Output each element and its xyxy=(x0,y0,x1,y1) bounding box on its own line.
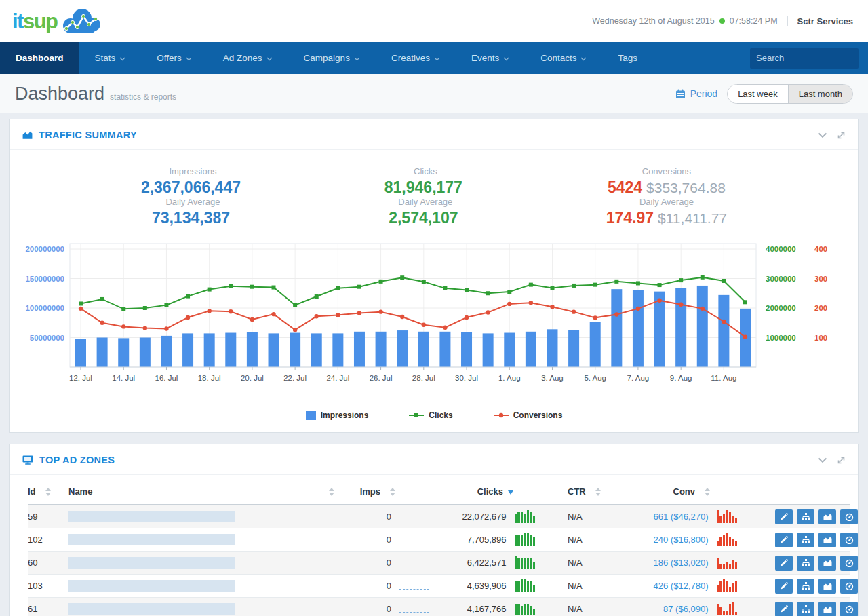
search-box[interactable] xyxy=(750,48,859,69)
cell-actions xyxy=(775,509,858,524)
column-header-clicks[interactable]: Clicks xyxy=(429,486,551,497)
svg-text:200000000: 200000000 xyxy=(25,245,64,253)
svg-text:3000000: 3000000 xyxy=(766,275,796,283)
legend-item-impressions[interactable]: Impressions xyxy=(306,410,369,420)
sort-icon[interactable] xyxy=(595,488,601,496)
svg-text:50000000: 50000000 xyxy=(30,334,64,342)
account-name[interactable]: Sctr Services xyxy=(787,16,853,26)
sitemap-button[interactable] xyxy=(797,556,814,571)
cell-clicks: 22,072,679 xyxy=(429,510,551,523)
clicks-value: 22,072,679 xyxy=(462,512,506,522)
stats-button[interactable] xyxy=(818,556,836,571)
clicks-value: 4,639,906 xyxy=(467,581,507,591)
logo-text-secondary: sup xyxy=(23,9,58,33)
period-option-last-month[interactable]: Last month xyxy=(788,85,852,103)
stats-button[interactable] xyxy=(818,579,836,594)
chart-legend: ImpressionsClicksConversions xyxy=(10,409,858,432)
conv-link[interactable]: 240 ($16,800) xyxy=(654,535,709,545)
table-row: 6104,167,766N/A87 ($6,090) xyxy=(28,597,850,616)
expand-icon[interactable] xyxy=(837,131,846,140)
stats-button[interactable] xyxy=(818,602,836,616)
svg-text:3. Aug: 3. Aug xyxy=(541,374,564,382)
sitemap-button[interactable] xyxy=(797,602,814,616)
svg-text:20. Jul: 20. Jul xyxy=(241,374,264,382)
sitemap-button[interactable] xyxy=(797,533,814,547)
nav-item-label: Creatives xyxy=(391,53,430,63)
conv-link[interactable]: 87 ($6,090) xyxy=(663,604,709,614)
stats-button[interactable] xyxy=(818,509,836,524)
period-option-last-week[interactable]: Last week xyxy=(728,85,788,103)
legend-swatch-conversions xyxy=(494,412,509,418)
edit-button[interactable] xyxy=(775,602,793,616)
nav-item-tags[interactable]: Tags xyxy=(602,42,653,74)
gauge-button[interactable] xyxy=(840,602,858,616)
chevron-down-icon xyxy=(434,57,440,61)
svg-text:4000000: 4000000 xyxy=(766,245,796,253)
column-header-imps[interactable]: Imps xyxy=(334,486,429,497)
edit-button[interactable] xyxy=(775,579,793,594)
row-actions xyxy=(775,509,858,524)
sort-icon[interactable] xyxy=(705,488,710,496)
cell-imps: 0 xyxy=(334,535,429,545)
cell-name xyxy=(68,557,334,569)
period-controls: Period Last weekLast month xyxy=(675,84,853,104)
app-logo[interactable]: itsup xyxy=(12,6,104,36)
nav-item-offers[interactable]: Offers xyxy=(141,42,208,74)
cell-ctr: N/A xyxy=(551,581,646,591)
period-label: Period xyxy=(675,88,717,99)
legend-label: Clicks xyxy=(429,410,452,420)
chevron-down-icon xyxy=(580,57,587,61)
conv-link[interactable]: 186 ($13,020) xyxy=(654,558,709,568)
edit-button[interactable] xyxy=(775,533,793,547)
cell-conv: 186 ($13,020) xyxy=(646,556,775,569)
sort-icon[interactable] xyxy=(45,488,51,496)
column-header-conv[interactable]: Conv xyxy=(646,486,775,497)
gauge-button[interactable] xyxy=(840,579,858,594)
cell-name xyxy=(68,603,334,615)
gauge-button[interactable] xyxy=(840,509,858,524)
gauge-button[interactable] xyxy=(840,533,858,547)
column-header-name[interactable]: Name xyxy=(68,486,334,497)
edit-button[interactable] xyxy=(775,509,793,524)
nav-item-label: Offers xyxy=(157,53,182,63)
nav-spacer xyxy=(653,42,750,74)
column-header-ctr[interactable]: CTR xyxy=(551,486,646,497)
cell-clicks: 6,422,571 xyxy=(429,556,551,569)
nav-item-campaigns[interactable]: Campaigns xyxy=(288,42,376,74)
legend-label: Conversions xyxy=(513,410,563,420)
table-header-row: IdNameImpsClicksCTRConv xyxy=(28,479,850,505)
panel-title: TRAFFIC SUMMARY xyxy=(39,130,137,140)
nav-item-dashboard[interactable]: Dashboard xyxy=(0,42,79,74)
nav-item-events[interactable]: Events xyxy=(456,42,525,74)
nav-item-contacts[interactable]: Contacts xyxy=(525,42,602,74)
sort-icon[interactable] xyxy=(390,488,395,496)
stats-button[interactable] xyxy=(818,533,836,547)
sitemap-button[interactable] xyxy=(797,579,814,594)
sort-desc-icon[interactable] xyxy=(508,490,513,495)
expand-icon[interactable] xyxy=(837,456,846,465)
redacted-name xyxy=(68,511,235,522)
nav-item-stats[interactable]: Stats xyxy=(79,42,142,74)
svg-text:18. Jul: 18. Jul xyxy=(198,374,221,382)
edit-button[interactable] xyxy=(775,556,793,571)
gauge-button[interactable] xyxy=(840,556,858,571)
collapse-chevron-icon[interactable] xyxy=(818,457,827,463)
collapse-chevron-icon[interactable] xyxy=(818,132,827,138)
column-header-id[interactable]: Id xyxy=(28,486,68,497)
legend-item-clicks[interactable]: Clicks xyxy=(409,410,452,420)
sort-icon[interactable] xyxy=(329,488,334,496)
cell-imps: 0 xyxy=(334,604,429,614)
search-input[interactable] xyxy=(756,53,868,63)
sitemap-button[interactable] xyxy=(797,509,814,524)
cell-imps: 0 xyxy=(334,512,429,522)
legend-item-conversions[interactable]: Conversions xyxy=(494,410,563,420)
conv-link[interactable]: 661 ($46,270) xyxy=(654,512,709,522)
conv-link[interactable]: 426 ($12,780) xyxy=(654,581,709,591)
nav-item-ad-zones[interactable]: Ad Zones xyxy=(208,42,288,74)
cell-clicks: 4,167,766 xyxy=(429,602,551,615)
stat-label: Clicks xyxy=(384,166,467,176)
column-label: CTR xyxy=(568,486,586,497)
nav-item-creatives[interactable]: Creatives xyxy=(376,42,456,74)
cell-id: 61 xyxy=(28,604,68,614)
row-actions xyxy=(775,602,858,616)
